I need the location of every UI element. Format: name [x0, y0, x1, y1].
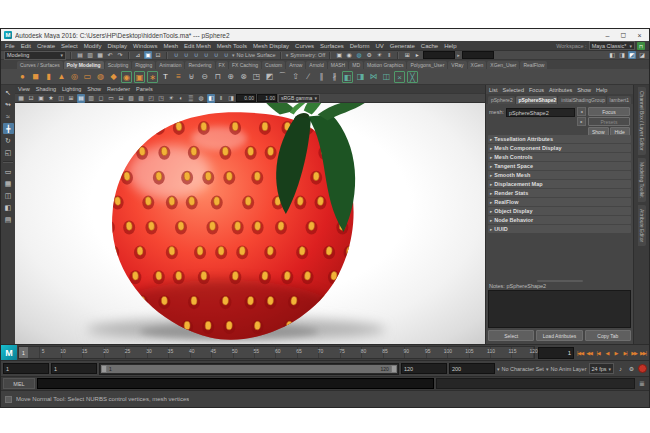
section-mesh-controls[interactable]: ▸Mesh Controls — [488, 153, 631, 161]
shelf-tab-motion-graphics[interactable]: Motion Graphics — [364, 61, 406, 69]
ae-menu-attributes[interactable]: Attributes — [549, 87, 572, 93]
ae-tab-psphere2[interactable]: pSphere2 — [488, 96, 515, 104]
shelf-tab-rendering[interactable]: Rendering — [185, 61, 214, 69]
ae-menu-selected[interactable]: Selected — [503, 87, 524, 93]
camera-attributes-icon[interactable]: ▣ — [37, 94, 45, 103]
audio-icon[interactable]: ♪ — [616, 366, 625, 372]
ae-tab-lambert1[interactable]: lambert1 — [607, 96, 631, 104]
timeline-tick[interactable]: 25 — [105, 347, 126, 358]
tab-nav-back-button[interactable]: ◂ — [577, 107, 586, 116]
section-tessellation-attributes[interactable]: ▸Tessellation Attributes — [488, 135, 631, 143]
shelf-tab-fx-caching[interactable]: FX Caching — [229, 61, 261, 69]
menu-item-mesh-display[interactable]: Mesh Display — [253, 43, 289, 49]
timeline-ticks[interactable]: 1 51015202530354045505560657075808590951… — [18, 346, 535, 359]
timeline-tick[interactable]: 100 — [427, 347, 448, 358]
poly-plane-icon[interactable]: ▭ — [82, 71, 93, 83]
undo-icon[interactable]: ↶ — [106, 51, 114, 59]
target-weld-icon[interactable]: × — [394, 71, 405, 83]
ipr-render-icon[interactable]: ◍ — [355, 51, 363, 59]
section-node-behavior[interactable]: ▸Node Behavior — [488, 216, 631, 224]
snap-grid-icon[interactable]: ∪ — [172, 51, 180, 59]
viewport-menu-view[interactable]: View — [18, 86, 30, 92]
layout-single-pane[interactable]: ▭ — [3, 166, 14, 177]
current-frame-field[interactable]: 1 — [538, 347, 574, 359]
section-mesh-component-display[interactable]: ▸Mesh Component Display — [488, 144, 631, 152]
menu-item-edit[interactable]: Edit — [21, 43, 31, 49]
shelf-tab-xgen[interactable]: XGen — [468, 61, 487, 69]
live-surface-label[interactable]: No Live Surface — [237, 52, 276, 58]
extrude-icon[interactable]: ⇧ — [290, 71, 301, 83]
animation-start-field[interactable]: 1 — [3, 363, 49, 374]
step-forward-key-button[interactable]: ▶| — [621, 350, 629, 356]
step-forward-frame-button[interactable]: ▶▶ — [630, 350, 638, 356]
poly-text-icon[interactable]: T — [160, 71, 171, 83]
snap-curve-icon[interactable]: ∪ — [182, 51, 190, 59]
shelf-tab-arnold[interactable]: Arnold — [306, 61, 326, 69]
timeline-tick[interactable]: 40 — [169, 347, 190, 358]
shelf-tab-arrow[interactable]: Arrow — [286, 61, 305, 69]
maximize-button[interactable]: ◻ — [617, 31, 630, 39]
select-hierarchy-icon[interactable]: ⊿ — [134, 51, 142, 59]
safe-title-icon[interactable]: ▨ — [137, 94, 145, 103]
poly-cylinder-icon[interactable]: ▮ — [43, 71, 54, 83]
range-end-handle[interactable] — [391, 365, 397, 373]
load-attributes-button[interactable]: Load Attributes — [536, 330, 582, 341]
poly-cube-icon[interactable]: ◼ — [30, 71, 41, 83]
select-tool[interactable]: ↖ — [3, 87, 14, 98]
select-button[interactable]: Select — [488, 330, 534, 341]
shelf-tab-curves-surfaces[interactable]: Curves / Surfaces — [17, 61, 63, 69]
view-transform-select[interactable]: sRGB gamma ▾ — [278, 94, 320, 103]
section-object-display[interactable]: ▸Object Display — [488, 207, 631, 215]
shelf-tab-custom[interactable]: Custom — [262, 61, 285, 69]
command-line-mode-button[interactable]: MEL — [3, 378, 35, 389]
exposure-field[interactable]: 0.00 — [236, 94, 256, 102]
viewport-menu-show[interactable]: Show — [87, 86, 101, 92]
shelf-tab-md[interactable]: MD — [349, 61, 363, 69]
extract-icon[interactable]: ◳ — [251, 71, 262, 83]
shelf-tab-realflow[interactable]: RealFlow — [520, 61, 547, 69]
pause-viewport-icon[interactable]: ‖ — [385, 51, 393, 59]
lock-camera-icon[interactable]: ⊡ — [27, 94, 35, 103]
menu-item-edit-mesh[interactable]: Edit Mesh — [184, 43, 211, 49]
gamma-field[interactable]: 1.00 — [257, 94, 277, 102]
select-camera-icon[interactable]: ▦ — [17, 94, 25, 103]
viewport-menu-panels[interactable]: Panels — [136, 86, 153, 92]
timeline-tick[interactable]: 75 — [319, 347, 340, 358]
section-realflow[interactable]: ▸RealFlow — [488, 198, 631, 206]
go-to-start-button[interactable]: |◀◀ — [576, 350, 584, 356]
file-save-icon[interactable]: ▦ — [96, 51, 104, 59]
snap-live-icon[interactable]: ∪ — [222, 51, 230, 59]
menu-item-file[interactable]: File — [5, 43, 15, 49]
mesh-name-field[interactable]: pSphereShape2 — [506, 108, 575, 117]
side-tab-channel-box-layer-editor[interactable]: Channel Box / Layer Editor — [638, 87, 646, 155]
xray-icon[interactable]: ‖ — [217, 94, 225, 103]
focus-button[interactable]: Focus — [588, 107, 630, 116]
side-tab-attribute-editor[interactable]: Attribute Editor — [638, 205, 646, 246]
playback-start-field[interactable]: 1 — [51, 363, 97, 374]
sidebar-attribute-editor-icon[interactable]: ◧ — [608, 51, 616, 59]
lighting-icon[interactable]: ☀ — [167, 94, 175, 103]
timeline-tick[interactable]: 110 — [470, 347, 491, 358]
timeline-tick[interactable]: 105 — [448, 347, 469, 358]
sweep-mesh-icon[interactable]: ∗ — [147, 71, 158, 83]
sphere-project-icon[interactable]: ◉ — [121, 71, 132, 83]
timeline-tick[interactable]: 70 — [298, 347, 319, 358]
rotate-tool[interactable]: ↻ — [3, 135, 14, 146]
workspace-lock-icon[interactable]: ⊓ — [637, 42, 645, 50]
side-tab-modeling-toolkit[interactable]: Modeling Toolkit — [638, 158, 646, 202]
menu-item-surfaces[interactable]: Surfaces — [320, 43, 344, 49]
textured-icon[interactable]: ◨ — [227, 94, 235, 103]
poly-sphere-icon[interactable]: ● — [17, 71, 28, 83]
timeline-tick[interactable]: 90 — [384, 347, 405, 358]
file-open-icon[interactable]: ▥ — [86, 51, 94, 59]
timeline-tick[interactable]: 30 — [126, 347, 147, 358]
film-gate-icon[interactable]: ▥ — [87, 94, 95, 103]
timeline-tick[interactable]: 50 — [212, 347, 233, 358]
shelf-tab-rigging[interactable]: Rigging — [132, 61, 155, 69]
offset-edge-loop-icon[interactable]: ∦ — [329, 71, 340, 83]
minimize-button[interactable]: – — [601, 32, 614, 39]
layout-persp-graph[interactable]: ◧ — [3, 202, 14, 213]
boolean-difference-icon[interactable]: ⊖ — [199, 71, 210, 83]
menu-item-windows[interactable]: Windows — [133, 43, 157, 49]
cube-project-icon[interactable]: ▣ — [134, 71, 145, 83]
